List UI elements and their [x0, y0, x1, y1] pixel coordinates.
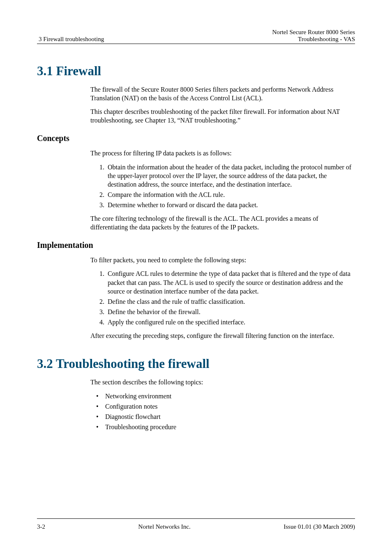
- concepts-intro: The process for filtering IP data packet…: [90, 149, 355, 157]
- s32-item-4: Troubleshooting procedure: [96, 422, 355, 432]
- impl-item-2: Define the class and the rule of traffic…: [106, 297, 355, 306]
- page-footer: 3-2 Nortel Networks Inc. Issue 01.01 (30…: [37, 523, 355, 530]
- impl-list: Configure ACL rules to determine the typ…: [90, 269, 355, 326]
- footer-rule: [37, 518, 355, 519]
- page-header: 3 Firewall troubleshooting Nortel Secure…: [37, 29, 355, 44]
- impl-intro: To filter packets, you need to complete …: [90, 256, 355, 264]
- s32-item-2: Configuration notes: [96, 402, 355, 412]
- s32-intro: The section describes the following topi…: [90, 378, 355, 386]
- section-3-2-title: 3.2 Troubleshooting the firewall: [37, 356, 355, 371]
- s32-item-3: Diagnostic flowchart: [96, 412, 355, 422]
- header-left: 3 Firewall troubleshooting: [37, 36, 104, 43]
- impl-outro: After executing the preceding steps, con…: [90, 331, 355, 340]
- concepts-item-1: Obtain the information about the header …: [106, 163, 355, 189]
- impl-item-3: Define the behavior of the firewall.: [106, 308, 355, 316]
- concepts-item-2: Compare the information with the ACL rul…: [106, 190, 355, 199]
- s31-paragraph-1: The firewall of the Secure Router 8000 S…: [90, 85, 355, 102]
- footer-page-number: 3-2: [37, 523, 45, 530]
- implementation-heading: Implementation: [37, 240, 355, 250]
- header-right-line2: Troubleshooting - VAS: [272, 36, 355, 43]
- s32-item-1: Networking environment: [96, 391, 355, 402]
- header-right: Nortel Secure Router 8000 Series Trouble…: [272, 29, 355, 43]
- concepts-list: Obtain the information about the header …: [90, 163, 355, 210]
- concepts-heading: Concepts: [37, 134, 355, 143]
- section-3-1-title: 3.1 Firewall: [37, 64, 355, 79]
- header-right-line1: Nortel Secure Router 8000 Series: [272, 29, 355, 36]
- impl-item-1: Configure ACL rules to determine the typ…: [106, 269, 355, 295]
- impl-item-4: Apply the configured rule on the specifi…: [106, 318, 355, 326]
- footer-company: Nortel Networks Inc.: [138, 523, 191, 530]
- concepts-outro: The core filtering technology of the fir…: [90, 214, 355, 231]
- s32-list: Networking environment Configuration not…: [90, 391, 355, 432]
- footer-issue: Issue 01.01 (30 March 2009): [284, 523, 355, 530]
- s31-paragraph-2: This chapter describes troubleshooting o…: [90, 107, 355, 125]
- concepts-item-3: Determine whether to forward or discard …: [106, 201, 355, 209]
